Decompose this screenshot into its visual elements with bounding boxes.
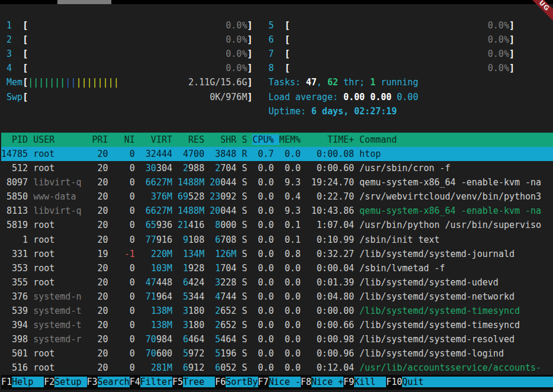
fkey-f8[interactable]: F8 [301,377,311,387]
fkey-f7[interactable]: F7 [258,377,269,387]
fkey-f6[interactable]: F6 [215,377,226,387]
nice-cell: 0 [114,263,135,274]
text-segment [274,306,279,316]
mem-size-cell: 052 [220,362,236,373]
cpu-meter-value: 0.0% [226,63,247,73]
text-segment [301,348,306,359]
fkey-f1[interactable]: F1 [1,377,12,387]
cpu-pct-cell: 0.0 [252,362,274,373]
text-segment [172,149,178,159]
process-row[interactable]: 331 root 19 -1 220M 134M 126M S 0.0 0.8 … [1,247,553,261]
cpu-meter-value: 0.0% [488,34,509,45]
pri-cell: 20 [87,263,108,274]
mem-size-cell: 6 [183,334,188,345]
mem-size-cell: 6 [215,362,220,373]
mem-size-cell: 220M [151,249,172,259]
mem-size-cell: 704 [220,163,236,173]
text-segment [28,334,33,345]
command-cell: /usr/bin/python /usr/bin/superviso [359,220,541,230]
text-segment [135,306,140,316]
fkey-f5[interactable]: F5 [172,377,183,387]
text-segment [119,77,188,88]
process-row[interactable]: 14785 root 20 0 32444 4700 3848 R 0.7 0.… [1,147,553,161]
mem-size-cell: 180 [188,320,204,330]
cpu-pct-cell: 0.0 [252,220,274,230]
fkey-label-f8[interactable]: Nice + [311,377,343,387]
process-row[interactable]: 8097 libvirt-q 20 0 6627M 1488M 20044 S … [1,175,553,189]
process-row[interactable]: 398 systemd-r 20 0 70984 6464 5464 S 0.0… [1,332,553,346]
fkey-label-f6[interactable]: SortBy [226,377,258,387]
mem-size-cell: 448 [156,277,172,288]
terminal-blank-line [1,4,553,18]
fkey-label-f2[interactable]: Setup [54,377,86,387]
text-segment [301,277,306,288]
process-row[interactable]: 1 root 20 0 77916 9108 6708 S 0.0 0.1 0:… [1,233,553,247]
fkey-f10[interactable]: F10 [386,377,402,387]
process-row[interactable]: 512 root 20 0 30304 2988 2704 S 0.0 0.0 … [1,161,553,175]
process-row[interactable]: 5850 www-data 20 0 376M 69528 23092 S 0.… [1,189,553,204]
text-segment [172,220,178,230]
process-row[interactable]: 539 systemd-t 20 0 138M 3180 2652 S 0.0 … [1,304,553,318]
text-segment [28,34,226,45]
text-segment [274,149,279,159]
process-row[interactable]: 376 systemd-n 20 0 71964 5344 4744 S 0.0… [1,290,553,304]
command-cell: qemu-system-x86_64 -enable-kvm -na [359,177,541,188]
fkey-f9[interactable]: F9 [343,377,354,387]
meter-bracket: ] [509,20,515,31]
mem-size-cell: 972 [188,348,204,359]
fkey-label-f1[interactable]: Help [12,377,44,387]
pid-cell: 5850 [1,191,28,202]
cpu-meter-row: 1 [ 0.0%] 5 [ 0.0%] [1,18,553,33]
text-segment [108,348,114,359]
mem-size-cell: 3 [183,306,188,316]
text-segment [178,306,183,316]
text-segment [28,205,33,216]
text-segment [28,177,33,188]
process-row[interactable]: 5819 root 20 0 65936 21416 8000 S 0.0 0.… [1,218,553,232]
fkey-label-f9[interactable]: Kill [354,377,386,387]
process-row[interactable]: 501 root 20 0 70600 5972 5196 S 0.0 0.0 … [1,346,553,361]
table-header[interactable]: PID USER PRI NI VIRT RES SHR S CPU% MEM%… [1,133,553,147]
text-segment [172,205,178,216]
text-segment [354,249,359,259]
process-row[interactable]: 516 root 20 0 281M 6912 6052 S 0.0 0.0 0… [1,361,553,375]
fkey-f4[interactable]: F4 [130,377,140,387]
text-segment [172,234,178,245]
fkey-f3[interactable]: F3 [87,377,98,387]
mem-size-cell: 2 [215,320,220,330]
mem-size-cell: 3 [183,320,188,330]
text-segment [274,277,279,288]
nice-cell: 0 [114,291,135,302]
time-cell: 1:07.04 [306,220,354,230]
mem-size-cell: 2 [183,163,188,173]
text-segment [178,249,183,259]
mem-bar-yellow: |||||||| [76,77,118,88]
text-segment [135,249,140,259]
process-row[interactable]: 394 systemd-t 20 0 138M 3180 2652 S 0.0 … [1,318,553,332]
process-row[interactable]: 355 root 20 0 47448 6424 3228 S 0.0 0.0 … [1,275,553,290]
fkey-label-f3[interactable]: Search [98,377,130,387]
mem-meter-value: 2.11G/15.6G [188,77,247,88]
process-row[interactable]: 353 root 20 0 103M 1928 1704 S 0.0 0.0 0… [1,261,553,275]
cpu-pct-cell: 0.0 [252,249,274,259]
window-tab-strip [57,0,111,4]
text-segment [354,205,359,216]
fkey-label-f7[interactable]: Nice - [269,377,301,387]
swap-meter-value: 0K/976M [210,92,247,102]
text-segment [172,191,178,202]
sort-column-cpu[interactable]: CPU% [252,134,279,145]
text-segment [28,320,33,330]
process-row[interactable]: 8113 libvirt-q 20 0 6627M 1488M 20044 S … [1,204,553,218]
cpu-meter-value: 0.0% [488,49,509,59]
fkey-f2[interactable]: F2 [44,377,54,387]
cpu-meter-label: 7 [269,49,274,59]
mem-size-cell: 424 [188,277,204,288]
fkey-label-f5[interactable]: Tree [183,377,215,387]
nice-cell: 0 [114,348,135,359]
text-segment [178,348,183,359]
text-segment [81,306,86,316]
terminal-content: 1 [ 0.0%] 5 [ 0.0%] 2 [ 0.0%] 6 [ 0.0%] … [1,4,553,390]
fkey-label-f4[interactable]: Filter [140,377,172,387]
fkey-label-f10[interactable]: Quit [402,377,434,387]
text-segment [204,177,210,188]
